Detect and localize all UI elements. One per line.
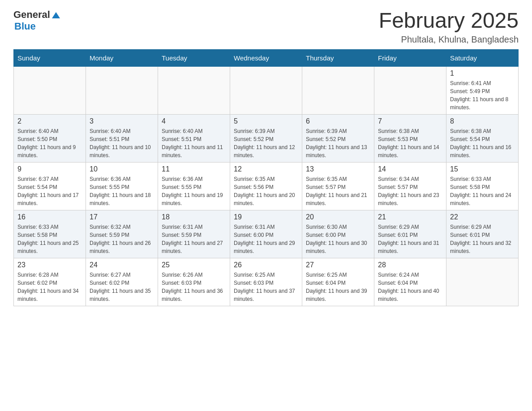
day-info: Sunrise: 6:41 AM Sunset: 5:49 PM Dayligh… — [450, 79, 515, 111]
calendar-cell — [230, 66, 302, 114]
day-number: 13 — [306, 165, 370, 173]
calendar-cell: 4Sunrise: 6:40 AM Sunset: 5:51 PM Daylig… — [158, 114, 230, 162]
day-info: Sunrise: 6:31 AM Sunset: 5:59 PM Dayligh… — [162, 223, 226, 255]
calendar-cell: 14Sunrise: 6:34 AM Sunset: 5:57 PM Dayli… — [374, 162, 446, 210]
calendar-cell: 7Sunrise: 6:38 AM Sunset: 5:53 PM Daylig… — [374, 114, 446, 162]
calendar-week-row: 1Sunrise: 6:41 AM Sunset: 5:49 PM Daylig… — [14, 66, 519, 114]
calendar-cell — [14, 66, 86, 114]
day-number: 28 — [378, 261, 442, 269]
calendar-header-row: SundayMondayTuesdayWednesdayThursdayFrid… — [14, 49, 519, 66]
day-info: Sunrise: 6:32 AM Sunset: 5:59 PM Dayligh… — [90, 223, 154, 255]
day-number: 25 — [162, 261, 226, 269]
day-info: Sunrise: 6:40 AM Sunset: 5:51 PM Dayligh… — [90, 127, 154, 159]
month-title: February 2025 — [379, 9, 519, 33]
day-number: 9 — [17, 165, 82, 173]
calendar-cell: 27Sunrise: 6:25 AM Sunset: 6:04 PM Dayli… — [302, 258, 374, 306]
calendar-cell: 9Sunrise: 6:37 AM Sunset: 5:54 PM Daylig… — [14, 162, 86, 210]
day-info: Sunrise: 6:40 AM Sunset: 5:51 PM Dayligh… — [162, 127, 226, 159]
logo-blue: Blue — [14, 21, 36, 32]
day-of-week-header: Tuesday — [158, 49, 230, 66]
calendar-cell: 8Sunrise: 6:38 AM Sunset: 5:54 PM Daylig… — [446, 114, 519, 162]
logo-triangle-icon — [51, 10, 61, 20]
day-of-week-header: Thursday — [302, 49, 374, 66]
day-number: 27 — [306, 261, 370, 269]
day-info: Sunrise: 6:30 AM Sunset: 6:00 PM Dayligh… — [306, 223, 370, 255]
day-info: Sunrise: 6:40 AM Sunset: 5:50 PM Dayligh… — [17, 127, 82, 159]
location-subtitle: Phultala, Khulna, Bangladesh — [379, 34, 519, 45]
day-info: Sunrise: 6:25 AM Sunset: 6:03 PM Dayligh… — [234, 271, 298, 303]
day-number: 4 — [162, 117, 226, 125]
day-number: 21 — [378, 213, 442, 221]
day-number: 2 — [17, 117, 82, 125]
day-info: Sunrise: 6:31 AM Sunset: 6:00 PM Dayligh… — [234, 223, 298, 255]
calendar-cell — [374, 66, 446, 114]
day-info: Sunrise: 6:39 AM Sunset: 5:52 PM Dayligh… — [234, 127, 298, 159]
logo-general: General — [13, 9, 50, 21]
calendar-cell: 22Sunrise: 6:29 AM Sunset: 6:01 PM Dayli… — [446, 210, 519, 258]
calendar-cell: 24Sunrise: 6:27 AM Sunset: 6:02 PM Dayli… — [86, 258, 158, 306]
day-info: Sunrise: 6:27 AM Sunset: 6:02 PM Dayligh… — [90, 271, 154, 303]
day-info: Sunrise: 6:33 AM Sunset: 5:58 PM Dayligh… — [17, 223, 82, 255]
svg-marker-0 — [52, 12, 60, 18]
calendar-cell: 19Sunrise: 6:31 AM Sunset: 6:00 PM Dayli… — [230, 210, 302, 258]
day-info: Sunrise: 6:24 AM Sunset: 6:04 PM Dayligh… — [378, 271, 442, 303]
calendar-cell: 3Sunrise: 6:40 AM Sunset: 5:51 PM Daylig… — [86, 114, 158, 162]
calendar-cell: 10Sunrise: 6:36 AM Sunset: 5:55 PM Dayli… — [86, 162, 158, 210]
day-number: 6 — [306, 117, 370, 125]
day-info: Sunrise: 6:28 AM Sunset: 6:02 PM Dayligh… — [17, 271, 82, 303]
day-info: Sunrise: 6:35 AM Sunset: 5:57 PM Dayligh… — [306, 175, 370, 207]
day-number: 17 — [90, 213, 154, 221]
day-info: Sunrise: 6:25 AM Sunset: 6:04 PM Dayligh… — [306, 271, 370, 303]
day-of-week-header: Sunday — [14, 49, 86, 66]
day-number: 22 — [450, 213, 515, 221]
day-number: 8 — [450, 117, 515, 125]
calendar-cell: 5Sunrise: 6:39 AM Sunset: 5:52 PM Daylig… — [230, 114, 302, 162]
day-number: 1 — [450, 69, 515, 77]
calendar-cell: 12Sunrise: 6:35 AM Sunset: 5:56 PM Dayli… — [230, 162, 302, 210]
day-info: Sunrise: 6:33 AM Sunset: 5:58 PM Dayligh… — [450, 175, 515, 207]
calendar-cell: 21Sunrise: 6:29 AM Sunset: 6:01 PM Dayli… — [374, 210, 446, 258]
day-of-week-header: Monday — [86, 49, 158, 66]
day-info: Sunrise: 6:37 AM Sunset: 5:54 PM Dayligh… — [17, 175, 82, 207]
day-number: 7 — [378, 117, 442, 125]
calendar-cell: 17Sunrise: 6:32 AM Sunset: 5:59 PM Dayli… — [86, 210, 158, 258]
calendar-cell: 18Sunrise: 6:31 AM Sunset: 5:59 PM Dayli… — [158, 210, 230, 258]
calendar-cell — [302, 66, 374, 114]
calendar-cell: 23Sunrise: 6:28 AM Sunset: 6:02 PM Dayli… — [14, 258, 86, 306]
day-number: 24 — [90, 261, 154, 269]
day-info: Sunrise: 6:34 AM Sunset: 5:57 PM Dayligh… — [378, 175, 442, 207]
day-number: 10 — [90, 165, 154, 173]
day-of-week-header: Wednesday — [230, 49, 302, 66]
logo: General Blue — [13, 9, 61, 32]
day-of-week-header: Saturday — [446, 49, 519, 66]
calendar-cell: 2Sunrise: 6:40 AM Sunset: 5:50 PM Daylig… — [14, 114, 86, 162]
day-number: 12 — [234, 165, 298, 173]
day-info: Sunrise: 6:35 AM Sunset: 5:56 PM Dayligh… — [234, 175, 298, 207]
day-number: 16 — [17, 213, 82, 221]
calendar-table: SundayMondayTuesdayWednesdayThursdayFrid… — [13, 49, 519, 306]
calendar-cell: 16Sunrise: 6:33 AM Sunset: 5:58 PM Dayli… — [14, 210, 86, 258]
day-number: 3 — [90, 117, 154, 125]
calendar-cell: 1Sunrise: 6:41 AM Sunset: 5:49 PM Daylig… — [446, 66, 519, 114]
day-number: 14 — [378, 165, 442, 173]
calendar-cell — [158, 66, 230, 114]
day-number: 26 — [234, 261, 298, 269]
calendar-cell: 25Sunrise: 6:26 AM Sunset: 6:03 PM Dayli… — [158, 258, 230, 306]
day-info: Sunrise: 6:26 AM Sunset: 6:03 PM Dayligh… — [162, 271, 226, 303]
page-header: General Blue February 2025 Phultala, Khu… — [13, 9, 519, 45]
day-number: 19 — [234, 213, 298, 221]
calendar-week-row: 16Sunrise: 6:33 AM Sunset: 5:58 PM Dayli… — [14, 210, 519, 258]
day-info: Sunrise: 6:29 AM Sunset: 6:01 PM Dayligh… — [450, 223, 515, 255]
calendar-cell: 6Sunrise: 6:39 AM Sunset: 5:52 PM Daylig… — [302, 114, 374, 162]
day-info: Sunrise: 6:36 AM Sunset: 5:55 PM Dayligh… — [90, 175, 154, 207]
day-info: Sunrise: 6:29 AM Sunset: 6:01 PM Dayligh… — [378, 223, 442, 255]
title-section: February 2025 Phultala, Khulna, Banglade… — [379, 9, 519, 45]
day-number: 11 — [162, 165, 226, 173]
day-info: Sunrise: 6:38 AM Sunset: 5:53 PM Dayligh… — [378, 127, 442, 159]
calendar-cell — [446, 258, 519, 306]
calendar-week-row: 23Sunrise: 6:28 AM Sunset: 6:02 PM Dayli… — [14, 258, 519, 306]
day-info: Sunrise: 6:39 AM Sunset: 5:52 PM Dayligh… — [306, 127, 370, 159]
calendar-cell: 11Sunrise: 6:36 AM Sunset: 5:55 PM Dayli… — [158, 162, 230, 210]
calendar-cell: 28Sunrise: 6:24 AM Sunset: 6:04 PM Dayli… — [374, 258, 446, 306]
day-number: 20 — [306, 213, 370, 221]
